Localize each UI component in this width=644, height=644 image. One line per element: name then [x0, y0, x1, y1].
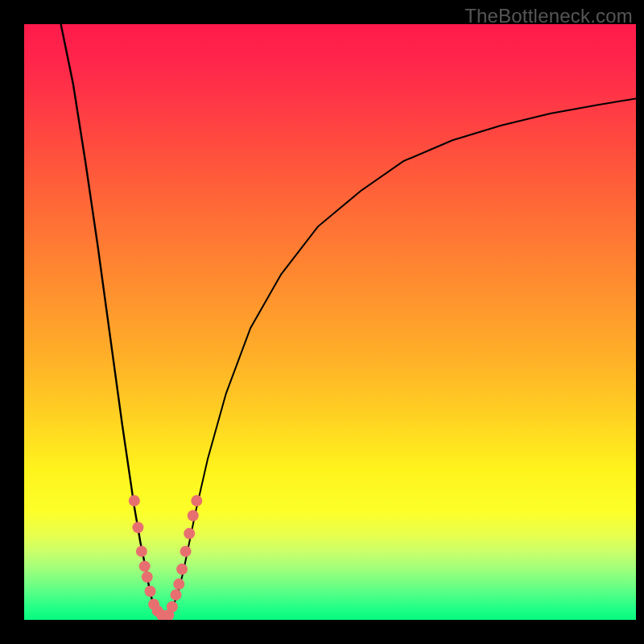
data-marker — [145, 586, 156, 597]
chart-svg — [24, 24, 636, 620]
marker-group — [129, 495, 203, 620]
data-marker — [132, 522, 143, 533]
data-marker — [171, 589, 182, 601]
data-marker — [167, 601, 178, 613]
data-marker — [184, 528, 195, 539]
curve-right — [165, 99, 636, 618]
curve-left — [61, 24, 165, 618]
data-marker — [139, 560, 151, 572]
data-marker — [173, 579, 184, 590]
plot-area — [24, 24, 636, 620]
watermark-text: TheBottleneck.com — [464, 5, 633, 27]
chart-frame: TheBottleneck.com — [0, 0, 644, 644]
data-marker — [136, 546, 147, 557]
data-marker — [142, 572, 153, 583]
data-marker — [176, 564, 188, 575]
data-marker — [191, 495, 202, 506]
data-marker — [129, 495, 140, 506]
data-marker — [188, 510, 199, 522]
data-marker — [180, 546, 192, 557]
